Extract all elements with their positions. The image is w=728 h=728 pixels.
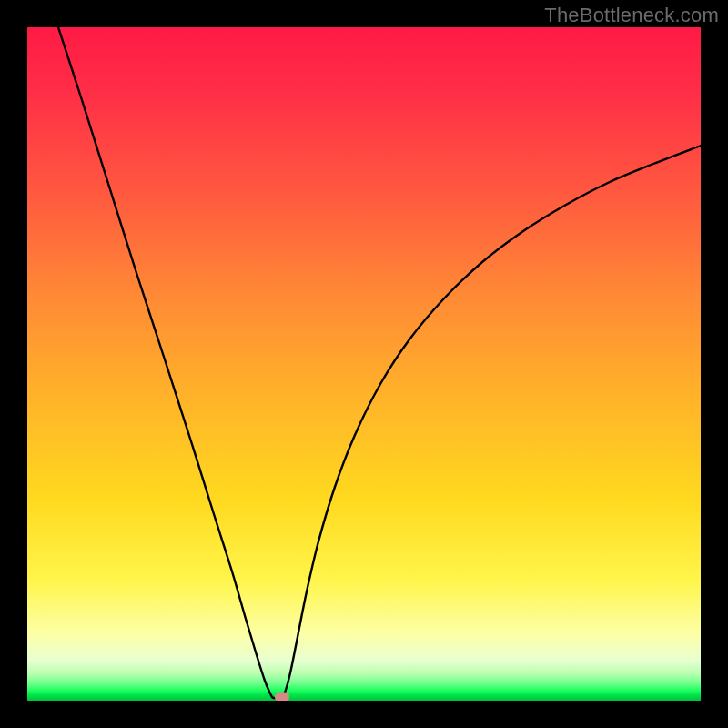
chart-frame: TheBottleneck.com xyxy=(0,0,728,728)
bottleneck-curve xyxy=(27,27,701,701)
minimum-marker xyxy=(275,693,289,702)
watermark-text: TheBottleneck.com xyxy=(544,4,719,27)
plot-area xyxy=(27,27,701,701)
curve-path xyxy=(58,27,701,698)
